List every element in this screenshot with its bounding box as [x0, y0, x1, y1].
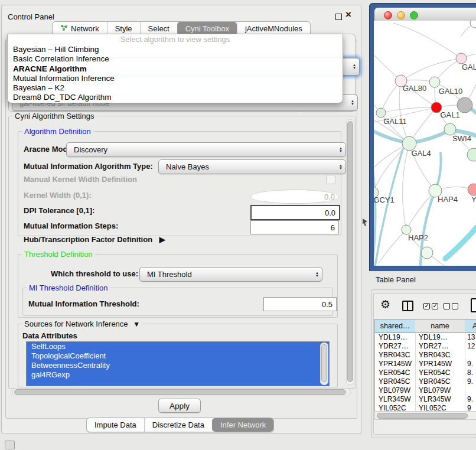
deselect-checkbox-icon[interactable] — [452, 303, 458, 309]
table-row[interactable]: YDR27…YDR27…12 — [375, 342, 476, 351]
network-edge[interactable] — [393, 23, 461, 58]
network-edge[interactable] — [445, 227, 476, 259]
data-attribute-item[interactable]: TopologicalCoefficient — [27, 351, 329, 361]
network-node[interactable] — [468, 184, 476, 195]
table-cell[interactable]: YBL079W — [419, 386, 451, 395]
mi-type-select[interactable]: Naive Bayes ▲▼ — [158, 159, 346, 174]
node-label: HAP4 — [438, 195, 458, 204]
tab-impute-data[interactable]: Impute Data — [87, 418, 144, 432]
scrollbar-thumb[interactable] — [347, 121, 353, 382]
table-row[interactable]: YLR345WYLR345W9. — [375, 395, 476, 404]
table-cell[interactable]: YDL19… — [379, 333, 407, 342]
network-node[interactable] — [421, 247, 433, 259]
table-cell[interactable]: YLR345W — [419, 395, 451, 404]
table-cell[interactable]: 9. — [467, 360, 473, 369]
network-edge[interactable] — [374, 158, 376, 262]
data-attribute-item[interactable]: gal4RGexp — [27, 370, 329, 380]
algorithm-option[interactable]: ARACNE Algorithm — [8, 64, 343, 74]
network-edge[interactable] — [406, 191, 435, 230]
dpi-tolerance-field[interactable]: 0.0 — [250, 205, 340, 220]
network-edge[interactable] — [379, 230, 406, 263]
table-body[interactable]: YDL19…YDL19…13YDR27…YDR27…12YBR043CYBR04… — [375, 333, 476, 412]
algorithm-option[interactable]: Dream8 DC_TDC Algorithm — [8, 93, 343, 102]
table-cell[interactable]: YPR145W — [419, 360, 452, 369]
table-cell[interactable]: YDR27… — [419, 342, 449, 351]
attributes-scrollbar[interactable] — [320, 343, 328, 385]
network-node[interactable] — [429, 77, 440, 87]
table-cell[interactable]: 8. — [467, 369, 473, 377]
document-icon[interactable] — [471, 298, 476, 312]
data-attribute-item[interactable]: BetweennessCentrality — [27, 361, 329, 370]
settings-scrollbar[interactable] — [346, 119, 354, 385]
table-cell[interactable]: YPR145W — [379, 360, 412, 369]
table-cell[interactable]: YER054C — [379, 369, 410, 377]
scrollbar-thumb[interactable] — [377, 413, 468, 419]
data-attributes-list[interactable]: SelfLoopsTopologicalCoefficientBetweenne… — [26, 341, 330, 386]
network-node[interactable] — [470, 21, 476, 28]
tab-infer-network[interactable]: Infer Network — [212, 418, 273, 432]
network-node[interactable] — [376, 108, 386, 118]
scrollbar-thumb[interactable] — [14, 389, 346, 395]
tab-label: Network — [71, 24, 99, 33]
zoom-window-icon[interactable] — [410, 11, 418, 19]
table-cell[interactable]: YBR045C — [379, 377, 410, 386]
close-window-icon[interactable] — [384, 11, 392, 19]
network-edge[interactable] — [375, 149, 403, 266]
column-header[interactable]: shared… — [375, 319, 416, 333]
table-row[interactable]: YDL19…YDL19…13 — [375, 333, 476, 342]
mi-threshold-field[interactable]: 0.5 — [263, 297, 337, 311]
kernel-width-field[interactable]: 0.0 — [250, 190, 339, 204]
table-row[interactable]: YER054CYER054C8. — [375, 369, 476, 377]
settings-hscrollbar[interactable] — [12, 388, 351, 396]
minimize-window-icon[interactable] — [397, 11, 405, 19]
algorithm-option[interactable]: Mutual Information Inference — [8, 74, 343, 83]
table-row[interactable]: YBR045CYBR045C9. — [375, 377, 476, 386]
table-cell[interactable]: YBR043C — [379, 351, 410, 360]
manual-kernel-checkbox[interactable] — [326, 175, 335, 184]
table-row[interactable]: YBL079WYBL079W — [375, 386, 476, 395]
apply-button[interactable]: Apply — [158, 399, 201, 413]
hub-definition-expander[interactable]: Hub/Transcription Factor Definition ▶ — [24, 236, 165, 244]
network-canvas[interactable]: GALGAL80GAL10GAL1GAL11SWI4GAL4GCY1HAP4YH… — [374, 21, 476, 266]
algorithm-option[interactable]: Bayesian – K2 — [8, 83, 343, 93]
network-edge[interactable] — [401, 58, 461, 81]
which-threshold-select[interactable]: MI Threshold ▲▼ — [139, 267, 322, 282]
dock-panel-icon[interactable] — [5, 441, 15, 449]
gear-icon[interactable]: ⚙ — [380, 298, 390, 311]
select-all-checkbox-icon[interactable]: ✓ — [432, 303, 438, 309]
table-cell[interactable]: 13 — [467, 333, 475, 342]
collapse-arrow-icon[interactable]: ▼ — [133, 320, 140, 328]
table-cell[interactable]: YER054C — [419, 369, 450, 377]
expand-arrow-icon[interactable]: ▶ — [159, 235, 165, 244]
data-attribute-item[interactable]: SelfLoops — [27, 342, 329, 351]
float-panel-icon[interactable] — [335, 14, 342, 20]
scrollbar-thumb[interactable] — [321, 344, 327, 382]
table-cell[interactable]: YDR27… — [379, 342, 409, 351]
algorithm-option[interactable]: Basic Correlation Inference — [8, 54, 343, 64]
table-cell[interactable]: 9. — [467, 377, 473, 386]
network-edge[interactable] — [403, 144, 409, 230]
table-cell[interactable]: YBR045C — [419, 377, 450, 386]
deselect-checkbox-icon[interactable] — [444, 303, 450, 309]
tab-discretize-data[interactable]: Discretize Data — [144, 418, 212, 432]
table-hscrollbar[interactable] — [374, 411, 476, 420]
network-node[interactable] — [467, 148, 476, 161]
table-cell[interactable]: YBL079W — [379, 386, 410, 395]
aracne-mode-select[interactable]: Discovery ▲▼ — [66, 142, 346, 157]
table-row[interactable]: YPR145WYPR145W9. — [375, 360, 476, 369]
network-edge[interactable] — [381, 107, 436, 113]
table-cell[interactable]: YLR345W — [379, 395, 411, 404]
table-cell[interactable]: 12 — [467, 342, 475, 351]
network-node[interactable] — [444, 123, 456, 135]
select-all-checkbox-icon[interactable]: ✓ — [423, 303, 430, 309]
table-cell[interactable]: 9. — [467, 395, 473, 404]
column-header[interactable]: name — [415, 319, 465, 333]
close-icon[interactable]: × — [345, 9, 351, 19]
table-cell[interactable]: YBR043C — [419, 351, 450, 360]
column-header[interactable]: A — [465, 319, 476, 333]
table-row[interactable]: YBR043CYBR043C — [375, 351, 476, 360]
split-panel-icon[interactable] — [402, 301, 413, 311]
table-cell[interactable]: YDL19… — [419, 333, 448, 342]
mi-steps-field[interactable]: 6 — [250, 220, 339, 234]
algorithm-option[interactable]: Bayesian – Hill Climbing — [8, 45, 343, 54]
